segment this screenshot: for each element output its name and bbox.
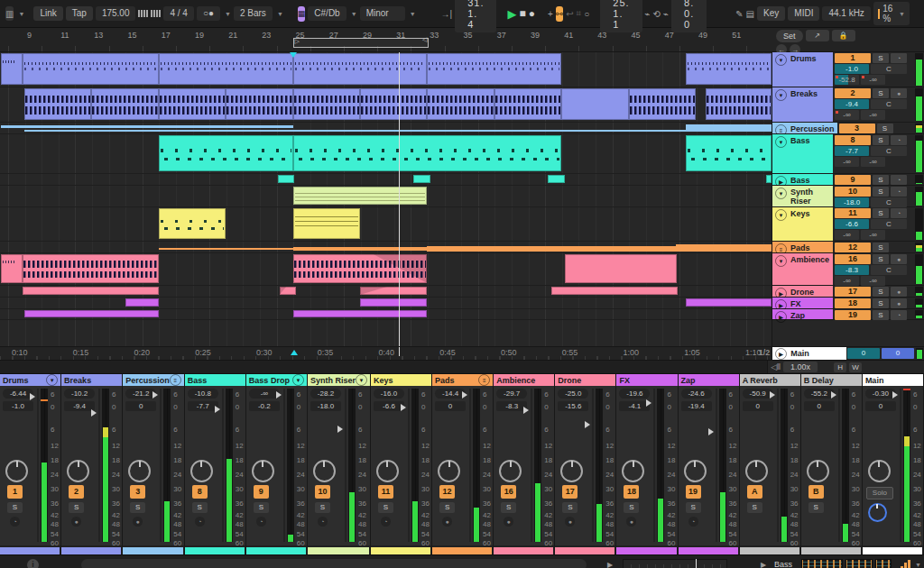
clip-breaks[interactable] <box>427 88 494 120</box>
fader-handle[interactable] <box>401 404 406 411</box>
track-pan-field[interactable]: C <box>871 265 907 275</box>
clip-keys[interactable] <box>159 208 226 239</box>
track-header-bassdrop[interactable]: ▶Bass Drop9S◔ <box>772 174 924 186</box>
clip-bassdrop[interactable] <box>548 175 565 183</box>
send-field[interactable]: -∞ <box>835 276 859 286</box>
solo-button[interactable]: S <box>747 502 762 513</box>
mixer-track-name[interactable]: Main <box>865 376 884 385</box>
mixer-track-name[interactable]: Percussion <box>125 376 170 385</box>
track-volume-field[interactable]: -7.7 <box>835 146 869 156</box>
fader-track[interactable] <box>345 389 346 542</box>
record-button[interactable]: ● <box>529 7 535 20</box>
arm-button[interactable]: ◔ <box>891 135 907 145</box>
clip-breaks[interactable] <box>293 88 360 120</box>
output-level-value[interactable]: -10.8 <box>188 389 218 399</box>
clip-pads[interactable] <box>676 244 772 252</box>
fader-handle[interactable] <box>91 409 97 417</box>
main-pan-field[interactable]: 0 <box>882 348 914 359</box>
track-activator-button[interactable]: 19 <box>686 485 701 499</box>
clip-percussion[interactable] <box>686 124 772 132</box>
pan-knob[interactable] <box>376 460 399 482</box>
fader-value[interactable]: -4.1 <box>619 401 650 411</box>
pan-knob[interactable] <box>868 460 891 482</box>
output-level-value[interactable]: -19.6 <box>619 389 650 399</box>
clip-drone[interactable] <box>360 287 427 295</box>
track-activator-button[interactable]: 9 <box>254 485 269 499</box>
height-zoom-button[interactable]: H <box>834 362 846 372</box>
pan-knob[interactable] <box>313 460 336 482</box>
clip-drums[interactable] <box>427 53 561 85</box>
automation-arm-icon[interactable]: ⚯ <box>556 6 563 22</box>
clip-breaks[interactable] <box>360 88 427 120</box>
send-field[interactable]: -∞ <box>861 110 885 120</box>
track-activator-button[interactable]: 3 <box>130 485 145 499</box>
playback-speed-field[interactable]: 1.00x <box>783 362 818 372</box>
track-header-drone[interactable]: ▶Drone17S● <box>772 286 924 298</box>
fader-track[interactable] <box>838 389 840 542</box>
arm-button[interactable]: ◔ <box>891 175 907 185</box>
track-header-synthriser[interactable]: ▼Synth Riser10S◔-18.0C <box>772 186 924 207</box>
quantize-caret[interactable]: ▼ <box>277 11 283 17</box>
fold-icon[interactable]: ▼ <box>775 209 787 221</box>
arm-button[interactable]: ◔ <box>891 310 907 320</box>
fader-track[interactable] <box>592 389 594 542</box>
lane-percussion[interactable] <box>0 123 772 134</box>
clip-overview[interactable] <box>623 559 727 568</box>
scale-name-menu[interactable]: Minor <box>360 6 405 21</box>
arm-button[interactable]: ● <box>891 254 907 264</box>
arm-button[interactable]: ◔ <box>195 517 205 527</box>
track-number-button[interactable]: 9 <box>835 175 871 185</box>
fader-track[interactable] <box>716 389 717 542</box>
track-activator-button[interactable]: B <box>808 485 824 499</box>
clip-percussion[interactable] <box>1 125 293 128</box>
device-chain-thumbnail[interactable] <box>875 559 892 568</box>
clip-ambience[interactable] <box>23 254 159 283</box>
send-field[interactable]: -∞ <box>835 110 859 120</box>
track-header-keys[interactable]: ▼Keys11S◔-6.6C-∞-∞ <box>772 207 924 242</box>
clip-bass[interactable] <box>159 135 293 171</box>
mixer-track-name[interactable]: B Delay <box>804 376 834 385</box>
lane-zap[interactable] <box>0 309 772 320</box>
output-level-value[interactable]: -21.2 <box>125 389 156 399</box>
track-volume-field[interactable]: -9.4 <box>835 99 869 109</box>
arm-button[interactable]: ◔ <box>891 53 907 63</box>
output-level-value[interactable]: -29.7 <box>496 389 527 399</box>
output-level-value[interactable]: -25.0 <box>558 389 588 399</box>
locator-marker[interactable] <box>290 52 297 58</box>
main-volume-field[interactable]: 0 <box>847 348 880 359</box>
track-volume-field[interactable]: -8.3 <box>835 265 869 275</box>
fader-track[interactable] <box>900 389 901 542</box>
fader-handle[interactable] <box>337 426 343 433</box>
track-number-button[interactable]: 10 <box>835 187 871 197</box>
clip-pads[interactable] <box>293 247 428 251</box>
solo-button[interactable]: S <box>873 208 889 218</box>
solo-button[interactable]: S <box>873 53 889 63</box>
clip-synthriser[interactable] <box>293 187 428 205</box>
send-field[interactable]: -∞ <box>835 157 859 167</box>
solo-button[interactable]: S <box>873 287 889 297</box>
fader-track[interactable] <box>469 389 471 542</box>
track-number-button[interactable]: 3 <box>839 124 875 133</box>
punch-in-icon[interactable]: ⌁ <box>645 6 651 21</box>
fader-handle[interactable] <box>770 391 775 399</box>
follow-icon[interactable]: →| <box>441 6 453 21</box>
main-track-header[interactable]: ▶Main 0 0 <box>772 347 924 360</box>
arm-button[interactable]: ● <box>133 517 143 527</box>
output-meter-icon[interactable] <box>901 560 910 568</box>
arm-button[interactable]: ● <box>891 287 907 297</box>
fader-handle[interactable] <box>831 391 836 399</box>
track-pan-field[interactable]: C <box>871 146 907 156</box>
send-field[interactable]: -∞ <box>861 75 885 85</box>
track-number-button[interactable]: 19 <box>835 310 871 320</box>
output-level-value[interactable]: -16.0 <box>374 389 404 399</box>
re-enable-automation-icon[interactable]: ↩ <box>566 6 573 21</box>
arm-button[interactable]: ◔ <box>381 517 391 527</box>
fader-track[interactable] <box>777 389 779 542</box>
clip-bass[interactable] <box>686 135 772 171</box>
track-activator-button[interactable]: 1 <box>7 485 23 499</box>
fold-icon[interactable]: ▼ <box>775 188 787 199</box>
solo-button[interactable]: Solo <box>866 487 893 499</box>
solo-button[interactable]: S <box>877 124 893 133</box>
play-button[interactable]: ▶ <box>507 7 516 21</box>
pan-knob[interactable] <box>67 460 89 482</box>
